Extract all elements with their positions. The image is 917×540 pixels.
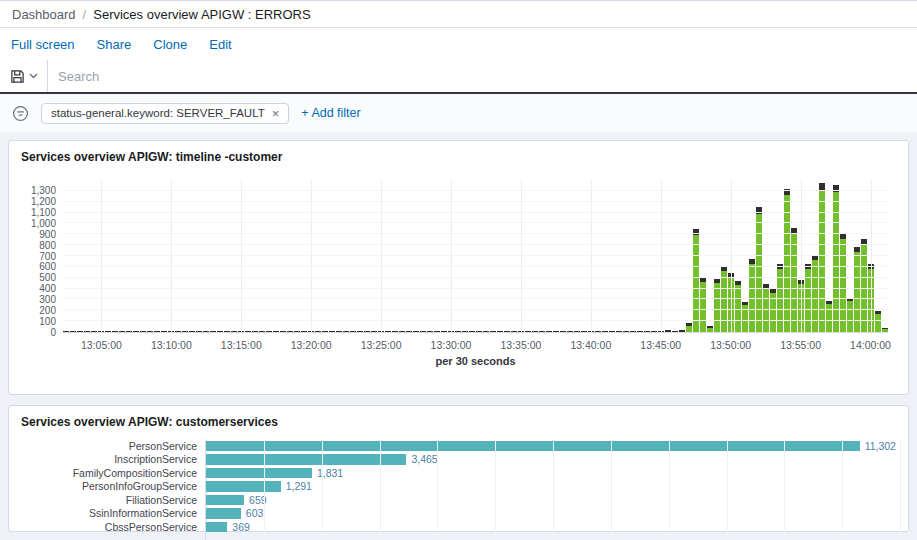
- timeline-bar[interactable]: [336, 331, 342, 332]
- service-bar[interactable]: [206, 454, 406, 465]
- timeline-bar[interactable]: [840, 233, 846, 332]
- timeline-bar[interactable]: [70, 331, 76, 332]
- timeline-bar[interactable]: [385, 331, 391, 332]
- timeline-bar[interactable]: [91, 331, 97, 332]
- timeline-bar[interactable]: [784, 189, 790, 332]
- timeline-bar[interactable]: [322, 331, 328, 332]
- timeline-bar[interactable]: [231, 331, 237, 332]
- timeline-bar[interactable]: [483, 331, 489, 332]
- timeline-bar[interactable]: [644, 331, 650, 332]
- timeline-bar[interactable]: [497, 331, 503, 332]
- timeline-bar[interactable]: [686, 323, 692, 332]
- timeline-bar[interactable]: [637, 331, 643, 332]
- timeline-bar[interactable]: [630, 331, 636, 332]
- timeline-bar[interactable]: [602, 331, 608, 332]
- timeline-bar[interactable]: [329, 331, 335, 332]
- timeline-bar[interactable]: [350, 331, 356, 332]
- timeline-bar[interactable]: [560, 331, 566, 332]
- timeline-bar[interactable]: [287, 331, 293, 332]
- timeline-bar[interactable]: [364, 331, 370, 332]
- timeline-bar[interactable]: [406, 331, 412, 332]
- timeline-bar[interactable]: [875, 311, 881, 332]
- timeline-bar[interactable]: [525, 331, 531, 332]
- timeline-bar[interactable]: [539, 331, 545, 332]
- timeline-bar[interactable]: [511, 331, 517, 332]
- timeline-bar[interactable]: [455, 331, 461, 332]
- timeline-bar[interactable]: [189, 331, 195, 332]
- timeline-bar[interactable]: [763, 284, 769, 332]
- timeline-bar[interactable]: [707, 326, 713, 333]
- timeline-bar[interactable]: [154, 331, 160, 332]
- timeline-bar[interactable]: [105, 331, 111, 332]
- timeline-bar[interactable]: [119, 331, 125, 332]
- timeline-bar[interactable]: [84, 331, 90, 332]
- timeline-bar[interactable]: [259, 331, 265, 332]
- timeline-bar[interactable]: [161, 331, 167, 332]
- timeline-bar[interactable]: [735, 281, 741, 332]
- timeline-bar[interactable]: [112, 331, 118, 332]
- timeline-bar[interactable]: [476, 331, 482, 332]
- filter-options-button[interactable]: [12, 105, 29, 122]
- timeline-bar[interactable]: [595, 331, 601, 332]
- timeline-bar[interactable]: [77, 331, 83, 332]
- timeline-bar[interactable]: [504, 331, 510, 332]
- timeline-bar[interactable]: [441, 331, 447, 332]
- share-button[interactable]: Share: [97, 37, 132, 52]
- timeline-bar[interactable]: [399, 331, 405, 332]
- timeline-bar[interactable]: [147, 331, 153, 332]
- timeline-bar[interactable]: [861, 239, 867, 332]
- timeline-bar[interactable]: [133, 331, 139, 332]
- timeline-bar[interactable]: [140, 331, 146, 332]
- timeline-bar[interactable]: [343, 331, 349, 332]
- edit-button[interactable]: Edit: [209, 37, 231, 52]
- timeline-bar[interactable]: [280, 331, 286, 332]
- timeline-bar[interactable]: [574, 331, 580, 332]
- service-bar[interactable]: [206, 522, 227, 533]
- timeline-bar[interactable]: [371, 331, 377, 332]
- timeline-bar[interactable]: [532, 331, 538, 332]
- timeline-bar[interactable]: [63, 331, 69, 332]
- timeline-bar[interactable]: [224, 331, 230, 332]
- timeline-bar[interactable]: [462, 331, 468, 332]
- breadcrumb-dashboard-link[interactable]: Dashboard: [12, 7, 76, 22]
- service-bar[interactable]: [206, 468, 312, 479]
- filter-pill[interactable]: status-general.keyword: SERVER_FAULT ×: [41, 103, 289, 124]
- timeline-bar[interactable]: [581, 331, 587, 332]
- search-input[interactable]: [48, 60, 917, 92]
- timeline-bar[interactable]: [882, 328, 888, 332]
- timeline-bar[interactable]: [847, 298, 853, 332]
- timeline-bar[interactable]: [651, 331, 657, 332]
- timeline-bar[interactable]: [616, 331, 622, 332]
- timeline-bar[interactable]: [420, 331, 426, 332]
- timeline-bar[interactable]: [175, 331, 181, 332]
- timeline-bar[interactable]: [700, 278, 706, 332]
- timeline-bar[interactable]: [392, 331, 398, 332]
- timeline-bar[interactable]: [553, 331, 559, 332]
- timeline-bar[interactable]: [567, 331, 573, 332]
- add-filter-link[interactable]: + Add filter: [301, 106, 360, 120]
- timeline-bar[interactable]: [672, 331, 678, 332]
- timeline-bar[interactable]: [210, 331, 216, 332]
- timeline-bar[interactable]: [217, 331, 223, 332]
- timeline-bar[interactable]: [126, 331, 132, 332]
- remove-filter-icon[interactable]: ×: [272, 107, 280, 120]
- service-bar[interactable]: [206, 481, 281, 492]
- timeline-bar[interactable]: [665, 330, 671, 332]
- timeline-bar[interactable]: [301, 331, 307, 332]
- service-bar[interactable]: [206, 495, 244, 506]
- timeline-bar[interactable]: [182, 331, 188, 332]
- timeline-bar[interactable]: [623, 331, 629, 332]
- timeline-bar[interactable]: [756, 207, 762, 332]
- timeline-bar[interactable]: [490, 331, 496, 332]
- timeline-bar[interactable]: [742, 302, 748, 332]
- timeline-bar[interactable]: [434, 331, 440, 332]
- timeline-bar[interactable]: [826, 301, 832, 332]
- timeline-bar[interactable]: [413, 331, 419, 332]
- timeline-bar[interactable]: [679, 330, 685, 332]
- timeline-bar[interactable]: [294, 331, 300, 332]
- timeline-bar[interactable]: [315, 331, 321, 332]
- timeline-bar[interactable]: [252, 331, 258, 332]
- timeline-bar[interactable]: [266, 331, 272, 332]
- saved-query-button[interactable]: [0, 60, 48, 92]
- service-bar[interactable]: [206, 508, 241, 519]
